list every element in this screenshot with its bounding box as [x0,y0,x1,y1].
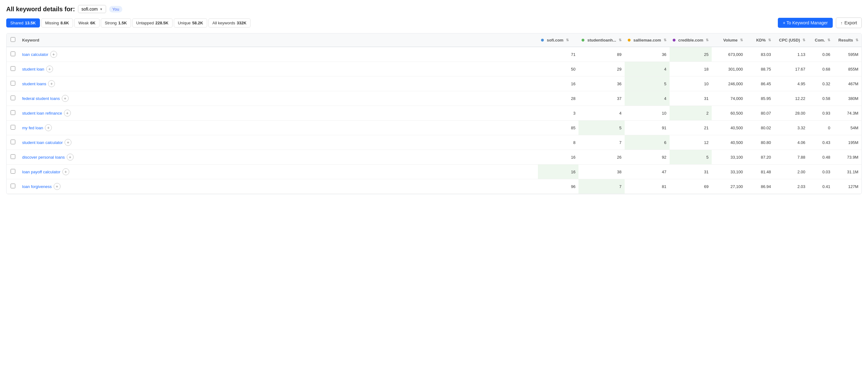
keyword-cell-4: student loan refinance + [19,106,538,120]
add-keyword-btn-0[interactable]: + [50,51,57,58]
row-checkbox-5[interactable] [10,125,15,129]
results-val-0: 595M [833,47,862,62]
row-check-4[interactable] [6,106,19,120]
add-keyword-btn-3[interactable]: + [62,95,69,102]
tab-untapped[interactable]: Untapped 228.5K [132,19,173,27]
studentloan-val-0: 89 [579,47,624,62]
tab-missing[interactable]: Missing 8.6K [41,19,73,27]
keyword-manager-label: + To Keyword Manager [783,20,828,25]
keyword-cell-0: loan calculator + [19,47,538,62]
tab-label-unique: Unique [178,21,191,25]
row-checkbox-4[interactable] [10,110,15,115]
studentloan-val-8: 38 [579,165,624,179]
tab-unique[interactable]: Unique 58.2K [174,19,207,27]
com-val-8: 0.03 [808,165,833,179]
kd-val-4: 80.07 [746,106,774,120]
add-keyword-btn-7[interactable]: + [67,154,74,161]
sofi-dot [541,39,544,41]
keyword-manager-button[interactable]: + To Keyword Manager [778,18,833,28]
row-check-3[interactable] [6,91,19,106]
sofi-header-label: sofi.com [547,38,563,42]
tab-all[interactable]: All keywords 332K [209,19,251,27]
keyword-link-6[interactable]: student loan calculator [22,140,63,145]
add-keyword-btn-6[interactable]: + [65,139,71,146]
salliemae-val-7: 92 [625,150,670,165]
salliemae-val-9: 81 [625,179,670,194]
add-keyword-btn-5[interactable]: + [45,124,52,131]
kd-val-2: 86.45 [746,77,774,91]
row-checkbox-1[interactable] [10,66,15,71]
cpc-val-5: 3.32 [774,120,808,135]
export-button[interactable]: ↑ Export [836,18,862,28]
credible-val-2: 10 [670,77,712,91]
com-header-label: Com. [815,38,825,42]
cpc-sort-icon[interactable]: ⇅ [803,38,805,42]
keyword-link-9[interactable]: loan forgiveness [22,184,52,189]
salliemae-sort-icon[interactable]: ⇅ [664,38,666,42]
tab-weak[interactable]: Weak 6K [74,19,99,27]
results-sort-icon[interactable]: ⇅ [856,38,858,42]
kd-header-label: KD% [756,38,766,42]
com-val-7: 0.48 [808,150,833,165]
com-val-4: 0.93 [808,106,833,120]
row-check-7[interactable] [6,150,19,165]
keyword-link-3[interactable]: federal student loans [22,96,60,101]
row-checkbox-9[interactable] [10,184,15,188]
add-keyword-btn-1[interactable]: + [46,65,53,73]
row-checkbox-7[interactable] [10,154,15,159]
row-checkbox-0[interactable] [10,52,15,56]
add-keyword-btn-4[interactable]: + [64,110,71,116]
studentloan-sort-icon[interactable]: ⇅ [619,38,621,42]
tab-shared[interactable]: Shared 13.5K [6,19,40,27]
keyword-link-0[interactable]: loan calculator [22,52,49,57]
row-checkbox-3[interactable] [10,95,15,100]
row-check-9[interactable] [6,179,19,194]
add-keyword-btn-2[interactable]: + [48,80,55,87]
com-sort-icon[interactable]: ⇅ [828,38,830,42]
keyword-link-4[interactable]: student loan refinance [22,111,62,116]
tab-strong[interactable]: Strong 1.5K [101,19,131,27]
keyword-link-7[interactable]: discover personal loans [22,155,65,160]
table-row: discover personal loans + 162692533,1008… [6,150,862,165]
tab-label-strong: Strong [105,21,117,25]
keyword-link-5[interactable]: my fed loan [22,125,43,130]
row-check-2[interactable] [6,77,19,91]
table-row: student loan + 5029418301,00088.7517.670… [6,62,862,77]
keyword-cell-9: loan forgiveness + [19,179,538,194]
keyword-table-container: Keyword sofi.com ⇅ studentloanh... [6,33,862,194]
cpc-val-6: 4.06 [774,135,808,150]
domain-selector[interactable]: sofi.com ▼ [78,5,106,13]
volume-val-8: 33,100 [712,165,746,179]
row-checkbox-8[interactable] [10,169,15,174]
sofi-sort-icon[interactable]: ⇅ [566,38,569,42]
row-check-5[interactable] [6,120,19,135]
keyword-link-2[interactable]: student loans [22,82,46,86]
cpc-val-0: 1.13 [774,47,808,62]
row-check-6[interactable] [6,135,19,150]
tab-label-missing: Missing [45,21,59,25]
add-keyword-btn-8[interactable]: + [62,168,69,175]
kd-val-1: 88.75 [746,62,774,77]
row-check-8[interactable] [6,165,19,179]
com-val-9: 0.41 [808,179,833,194]
col-volume-header: Volume ⇅ [712,33,746,47]
col-sofi-header: sofi.com ⇅ [538,33,579,47]
col-check-all[interactable] [6,33,19,47]
row-checkbox-6[interactable] [10,140,15,144]
credible-val-1: 18 [670,62,712,77]
keyword-link-8[interactable]: loan payoff calculator [22,170,61,174]
volume-val-4: 60,500 [712,106,746,120]
volume-val-5: 40,500 [712,120,746,135]
kd-sort-icon[interactable]: ⇅ [768,38,771,42]
row-checkbox-2[interactable] [10,81,15,86]
keyword-cell-6: student loan calculator + [19,135,538,150]
volume-sort-icon[interactable]: ⇅ [740,38,743,42]
row-check-0[interactable] [6,47,19,62]
credible-sort-icon[interactable]: ⇅ [706,38,709,42]
keyword-link-1[interactable]: student loan [22,67,44,71]
select-all-checkbox[interactable] [10,37,15,42]
add-keyword-btn-9[interactable]: + [54,183,61,190]
credible-val-8: 31 [670,165,712,179]
kd-val-5: 80.02 [746,120,774,135]
row-check-1[interactable] [6,62,19,77]
